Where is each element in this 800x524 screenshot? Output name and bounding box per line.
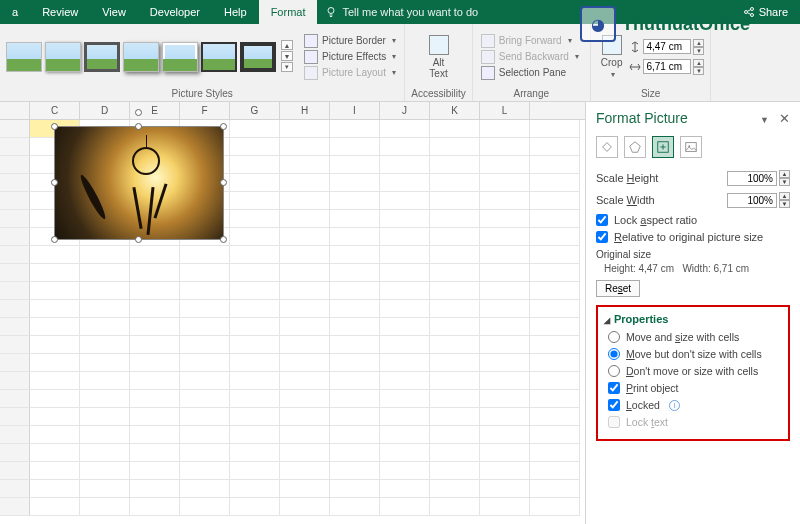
crop-button[interactable]: Crop▾ — [597, 33, 627, 81]
cell[interactable] — [430, 390, 480, 408]
cell[interactable] — [330, 354, 380, 372]
cell[interactable] — [230, 318, 280, 336]
cell[interactable] — [380, 282, 430, 300]
row-header[interactable] — [0, 210, 30, 228]
cell[interactable] — [30, 354, 80, 372]
cell[interactable] — [430, 192, 480, 210]
cell[interactable] — [280, 264, 330, 282]
cell[interactable] — [530, 246, 580, 264]
cell[interactable] — [230, 480, 280, 498]
properties-heading[interactable]: Properties — [604, 313, 782, 325]
scale-h-up[interactable]: ▲ — [779, 170, 790, 178]
row-header[interactable] — [0, 390, 30, 408]
cell[interactable] — [30, 444, 80, 462]
cell[interactable] — [80, 372, 130, 390]
cell[interactable] — [80, 246, 130, 264]
pane-tab-fill[interactable] — [596, 136, 618, 158]
cell[interactable] — [380, 174, 430, 192]
cell[interactable] — [230, 426, 280, 444]
cell[interactable] — [480, 390, 530, 408]
cell[interactable] — [330, 498, 380, 516]
height-input[interactable] — [643, 39, 691, 54]
height-spin-up[interactable]: ▲ — [693, 39, 704, 47]
cell[interactable] — [380, 372, 430, 390]
cell[interactable] — [280, 138, 330, 156]
cell[interactable] — [180, 372, 230, 390]
pane-menu-icon[interactable]: ▼ — [760, 115, 769, 125]
cell[interactable] — [130, 408, 180, 426]
cell[interactable] — [530, 156, 580, 174]
cell[interactable] — [80, 462, 130, 480]
cell[interactable] — [530, 228, 580, 246]
resize-handle-tr[interactable] — [220, 123, 227, 130]
cell[interactable] — [530, 372, 580, 390]
pane-tab-size[interactable] — [652, 136, 674, 158]
picture-border-button[interactable]: Picture Border▾ — [302, 33, 398, 49]
row-header[interactable] — [0, 174, 30, 192]
cell[interactable] — [80, 408, 130, 426]
cell[interactable] — [280, 426, 330, 444]
cell[interactable] — [530, 426, 580, 444]
cell[interactable] — [530, 120, 580, 138]
style-preset-2[interactable] — [45, 42, 81, 72]
row-header[interactable] — [0, 246, 30, 264]
cell[interactable] — [80, 354, 130, 372]
cell[interactable] — [430, 318, 480, 336]
width-spin-up[interactable]: ▲ — [693, 59, 704, 67]
cell[interactable] — [530, 444, 580, 462]
row-header[interactable] — [0, 408, 30, 426]
cell[interactable] — [530, 408, 580, 426]
selection-pane-button[interactable]: Selection Pane — [479, 65, 581, 81]
cell[interactable] — [230, 336, 280, 354]
cell[interactable] — [530, 354, 580, 372]
cell[interactable] — [180, 354, 230, 372]
cell[interactable] — [180, 390, 230, 408]
cell[interactable] — [330, 228, 380, 246]
cell[interactable] — [330, 264, 380, 282]
cell[interactable] — [480, 462, 530, 480]
cell[interactable] — [430, 228, 480, 246]
row-header[interactable] — [0, 156, 30, 174]
cell[interactable] — [430, 246, 480, 264]
resize-handle-r[interactable] — [220, 179, 227, 186]
col-header-c[interactable]: C — [30, 102, 80, 119]
style-preset-5[interactable] — [162, 42, 198, 72]
info-icon[interactable]: i — [669, 400, 680, 411]
row-header[interactable] — [0, 228, 30, 246]
cell[interactable] — [130, 480, 180, 498]
gallery-up-icon[interactable]: ▲ — [281, 40, 293, 50]
cell[interactable] — [30, 318, 80, 336]
cell[interactable] — [330, 426, 380, 444]
cell[interactable] — [330, 174, 380, 192]
cell[interactable] — [280, 210, 330, 228]
col-header-d[interactable]: D — [80, 102, 130, 119]
cell[interactable] — [480, 156, 530, 174]
cell[interactable] — [80, 480, 130, 498]
cell[interactable] — [280, 120, 330, 138]
cell[interactable] — [180, 426, 230, 444]
cell[interactable] — [230, 354, 280, 372]
row-header[interactable] — [0, 300, 30, 318]
col-header-i[interactable]: I — [330, 102, 380, 119]
col-header-f[interactable]: F — [180, 102, 230, 119]
cell[interactable] — [30, 246, 80, 264]
col-header-blank[interactable] — [0, 102, 30, 119]
cell[interactable] — [480, 228, 530, 246]
cell[interactable] — [530, 390, 580, 408]
row-header[interactable] — [0, 498, 30, 516]
row-header[interactable] — [0, 372, 30, 390]
cell[interactable] — [230, 282, 280, 300]
cell[interactable] — [180, 408, 230, 426]
cell[interactable] — [480, 264, 530, 282]
gallery-down-icon[interactable]: ▼ — [281, 51, 293, 61]
cell[interactable] — [130, 390, 180, 408]
cell[interactable] — [380, 300, 430, 318]
cell[interactable] — [230, 120, 280, 138]
cell[interactable] — [30, 498, 80, 516]
scale-height-input[interactable] — [727, 171, 777, 186]
cell[interactable] — [280, 462, 330, 480]
cell[interactable] — [30, 462, 80, 480]
col-header-j[interactable]: J — [380, 102, 430, 119]
cell[interactable] — [280, 156, 330, 174]
scale-h-down[interactable]: ▼ — [779, 178, 790, 186]
